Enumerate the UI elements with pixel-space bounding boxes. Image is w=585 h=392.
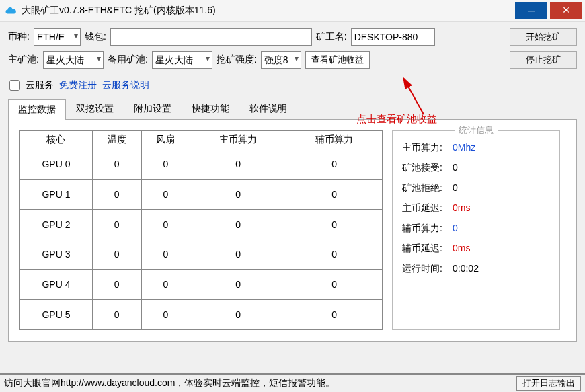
stat-pool-accept: 0 — [453, 162, 458, 174]
open-log-button[interactable]: 打开日志输出 — [516, 376, 581, 391]
app-icon — [4, 4, 17, 17]
th-temp: 温度 — [92, 131, 141, 149]
cell-hash: 0 — [190, 209, 286, 239]
cell-aux: 0 — [286, 239, 383, 270]
stat-main-hash: 0Mhz — [453, 142, 475, 154]
gpu-table: 核心 温度 风扇 主币算力 辅币算力 GPU 00000GPU 10000GPU… — [20, 130, 383, 330]
annotation-text: 点击查看矿池收益 — [356, 113, 437, 126]
main-pool-select[interactable]: 星火大陆 — [43, 51, 104, 69]
tab-extra-settings[interactable]: 附加设置 — [124, 98, 182, 119]
cell-core: GPU 2 — [20, 209, 93, 239]
view-pool-profit-button[interactable]: 查看矿池收益 — [305, 51, 370, 69]
tab-monitor[interactable]: 监控数据 — [8, 99, 66, 120]
window-title: 大眼矿工v0.7.8-ETH&ETC 挖矿(内核版本11.6) — [22, 5, 512, 17]
minimize-button[interactable]: – — [515, 2, 547, 19]
cell-fan: 0 — [141, 239, 190, 270]
cell-hash: 0 — [190, 270, 286, 300]
footer: 访问大眼官网http://www.dayancloud.com，体验实时云端监控… — [0, 373, 585, 392]
th-core: 核心 — [20, 131, 93, 149]
cell-aux: 0 — [286, 209, 383, 239]
cell-temp: 0 — [92, 239, 141, 270]
cell-hash: 0 — [190, 179, 286, 209]
cell-aux: 0 — [286, 149, 383, 180]
tabstrip: 监控数据 双挖设置 附加设置 快捷功能 软件说明 — [8, 98, 577, 120]
stats-box: 统计信息 主币算力:0Mhz 矿池接受:0 矿池拒绝:0 主币延迟:0ms 辅币… — [392, 130, 560, 330]
cell-core: GPU 4 — [20, 270, 93, 300]
cell-hash: 0 — [190, 300, 286, 330]
start-mining-button[interactable]: 开始挖矿 — [510, 28, 577, 46]
free-register-link[interactable]: 免费注册 — [59, 79, 97, 91]
stat-pool-reject: 0 — [453, 182, 458, 194]
wallet-input[interactable] — [110, 28, 312, 46]
tab-panel-monitor: 核心 温度 风扇 主币算力 辅币算力 GPU 00000GPU 10000GPU… — [8, 120, 577, 342]
table-row: GPU 40000 — [20, 270, 383, 300]
coin-label: 币种: — [8, 31, 30, 43]
th-aux-hash: 辅币算力 — [286, 131, 383, 149]
cell-core: GPU 5 — [20, 300, 93, 330]
wallet-label: 钱包: — [85, 31, 106, 43]
cell-core: GPU 3 — [20, 239, 93, 270]
cell-fan: 0 — [141, 209, 190, 239]
miner-name-input[interactable] — [351, 28, 435, 46]
cloud-desc-link[interactable]: 云服务说明 — [102, 79, 149, 91]
main-pool-label: 主矿池: — [8, 54, 39, 66]
table-row: GPU 50000 — [20, 300, 383, 330]
miner-name-label: 矿工名: — [316, 31, 347, 43]
cell-temp: 0 — [92, 149, 141, 180]
table-row: GPU 00000 — [20, 149, 383, 180]
cell-aux: 0 — [286, 300, 383, 330]
cell-temp: 0 — [92, 300, 141, 330]
cell-temp: 0 — [92, 270, 141, 300]
stat-main-lat: 0ms — [453, 202, 470, 214]
cell-hash: 0 — [190, 149, 286, 180]
table-row: GPU 10000 — [20, 179, 383, 209]
stat-aux-hash: 0 — [453, 223, 458, 235]
cell-core: GPU 1 — [20, 179, 93, 209]
cloud-service-label: 云服务 — [26, 79, 54, 91]
tab-about[interactable]: 软件说明 — [239, 98, 297, 119]
table-row: GPU 20000 — [20, 209, 383, 239]
cell-temp: 0 — [92, 179, 141, 209]
cell-fan: 0 — [141, 270, 190, 300]
cell-fan: 0 — [141, 149, 190, 180]
stat-aux-lat: 0ms — [453, 243, 470, 255]
cell-core: GPU 0 — [20, 149, 93, 180]
th-main-hash: 主币算力 — [190, 131, 286, 149]
backup-pool-label: 备用矿池: — [108, 54, 148, 66]
backup-pool-select[interactable]: 星火大陆 — [152, 51, 212, 69]
cell-aux: 0 — [286, 270, 383, 300]
stop-mining-button[interactable]: 停止挖矿 — [510, 51, 577, 69]
th-fan: 风扇 — [141, 131, 190, 149]
close-button[interactable]: × — [550, 2, 582, 19]
titlebar: 大眼矿工v0.7.8-ETH&ETC 挖矿(内核版本11.6) – × — [0, 0, 585, 22]
footer-text: 访问大眼官网http://www.dayancloud.com，体验实时云端监控… — [4, 377, 335, 389]
tab-dual-mining[interactable]: 双挖设置 — [66, 98, 124, 119]
intensity-label: 挖矿强度: — [217, 54, 257, 66]
cell-hash: 0 — [190, 239, 286, 270]
table-row: GPU 30000 — [20, 239, 383, 270]
cell-fan: 0 — [141, 300, 190, 330]
cell-aux: 0 — [286, 179, 383, 209]
stats-legend: 统计信息 — [455, 124, 498, 136]
cell-temp: 0 — [92, 209, 141, 239]
coin-select[interactable]: ETH/E — [34, 28, 81, 46]
tab-quick-functions[interactable]: 快捷功能 — [182, 98, 239, 119]
cloud-service-checkbox[interactable] — [9, 80, 20, 91]
stat-runtime: 0:0:02 — [453, 263, 479, 275]
cloud-row: 云服务 免费注册 云服务说明 — [0, 75, 585, 98]
cell-fan: 0 — [141, 179, 190, 209]
intensity-select[interactable]: 强度8 — [261, 51, 301, 69]
